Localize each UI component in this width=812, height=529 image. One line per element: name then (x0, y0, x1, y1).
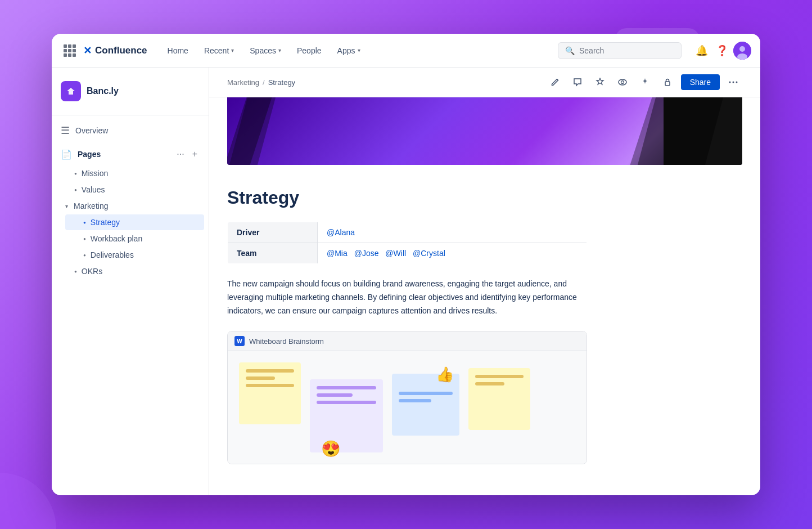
pages-header-left: 📄 Pages (61, 149, 101, 160)
bullet-icon: ● (74, 269, 77, 274)
help-button[interactable]: ❓ (713, 42, 731, 60)
sidebar-item-marketing[interactable]: ▾ Marketing (56, 198, 204, 214)
driver-mention[interactable]: @Alana (327, 228, 355, 237)
driver-value: @Alana (318, 222, 587, 243)
sidebar-item-strategy[interactable]: ● Strategy (65, 214, 204, 230)
marketing-sub-items: ● Strategy ● Workback plan ● Deliverable… (52, 214, 209, 263)
note-line (246, 369, 294, 373)
team-member-crystal[interactable]: @Crystal (413, 249, 445, 258)
nav-icons: 🔔 ❓ (693, 42, 751, 60)
sticky-note-yellow-1 (239, 362, 301, 424)
bullet-icon: ● (74, 187, 77, 192)
pages-add-button[interactable]: + (190, 148, 200, 160)
sidebar-item-label: Workback plan (91, 234, 142, 243)
table-row-driver: Driver @Alana (228, 222, 587, 243)
sidebar-divider (52, 115, 209, 115)
sidebar-item-label: Strategy (91, 218, 120, 227)
ai-button[interactable] (636, 73, 654, 91)
lock-button[interactable] (658, 73, 676, 91)
sidebar-item-label: OKRs (82, 267, 102, 276)
breadcrumb-separator: / (263, 78, 265, 87)
notifications-button[interactable]: 🔔 (693, 42, 711, 60)
note-line (317, 393, 353, 397)
sidebar-item-workback-plan[interactable]: ● Workback plan (65, 231, 204, 246)
pages-icon: 📄 (61, 149, 72, 160)
note-line (246, 384, 294, 387)
note-line (317, 386, 376, 389)
team-value: @Mia @Jose @Will @Crystal (318, 243, 587, 264)
svg-point-4 (621, 81, 624, 84)
search-placeholder-text: Search (579, 46, 604, 55)
sidebar-item-label: Deliverables (91, 250, 134, 259)
nav-spaces[interactable]: Spaces ▾ (243, 43, 288, 59)
space-name: Banc.ly (87, 86, 119, 96)
whiteboard-icon: W (234, 336, 245, 346)
sticky-note-blue: 👍 (392, 374, 459, 436)
hero-banner (227, 97, 742, 165)
pages-more-button[interactable]: ··· (174, 148, 186, 160)
pages-actions: ··· + (174, 148, 200, 160)
team-member-mia[interactable]: @Mia (327, 249, 348, 258)
sidebar-item-okrs[interactable]: ● OKRs (56, 263, 204, 279)
svg-point-8 (736, 82, 738, 83)
space-icon (61, 81, 81, 101)
table-row-team: Team @Mia @Jose @Will @Crystal (228, 243, 587, 264)
sidebar-item-deliverables[interactable]: ● Deliverables (65, 247, 204, 263)
team-label: Team (228, 243, 318, 264)
toolbar-icons: Share (546, 73, 742, 91)
whiteboard-title: Whiteboard Brainstorm (249, 337, 324, 346)
breadcrumb-marketing[interactable]: Marketing (227, 78, 259, 87)
whiteboard-header: W Whiteboard Brainstorm (228, 331, 587, 351)
app-grid-button[interactable] (61, 42, 79, 60)
search-bar[interactable]: 🔍 Search (558, 42, 682, 59)
note-line (246, 376, 275, 380)
driver-label: Driver (228, 222, 318, 243)
sidebar-overview[interactable]: ☰ Overview (52, 120, 209, 141)
search-icon: 🔍 (565, 46, 575, 55)
team-member-jose[interactable]: @Jose (354, 249, 379, 258)
main-body: Banc.ly ☰ Overview 📄 Pages ··· + ● (52, 68, 760, 495)
thumbs-up-emoji: 👍 (436, 366, 454, 383)
comment-button[interactable] (569, 73, 587, 91)
more-options-button[interactable] (724, 73, 742, 91)
overview-icon: ☰ (61, 124, 70, 137)
user-avatar[interactable] (733, 42, 751, 60)
bullet-icon: ● (83, 236, 86, 241)
note-line (399, 399, 431, 402)
svg-rect-5 (665, 82, 670, 86)
page-content: Strategy Driver @Alana Team (209, 97, 760, 487)
nav-home[interactable]: Home (161, 43, 195, 59)
nav-recent[interactable]: Recent ▾ (197, 43, 241, 59)
nav-people[interactable]: People (290, 43, 328, 59)
page-title: Strategy (227, 183, 742, 208)
note-line (317, 401, 376, 404)
share-button[interactable]: Share (681, 74, 720, 90)
logo-area[interactable]: ✕ Confluence (83, 44, 147, 57)
bullet-icon: ● (74, 171, 77, 176)
sidebar-item-mission[interactable]: ● Mission (56, 165, 204, 181)
pages-header[interactable]: 📄 Pages ··· + (52, 144, 209, 165)
nav-apps[interactable]: Apps ▾ (331, 43, 367, 59)
sidebar: Banc.ly ☰ Overview 📄 Pages ··· + ● (52, 68, 209, 495)
note-line (399, 392, 453, 395)
note-line (475, 375, 524, 378)
logo-text: Confluence (95, 45, 147, 56)
watch-button[interactable] (613, 73, 631, 91)
bullet-icon: ● (83, 253, 86, 258)
browser-window: ✕ Confluence Home Recent ▾ Spaces ▾ Peop… (52, 34, 760, 495)
chevron-icon: ▾ (231, 47, 234, 53)
sidebar-item-values[interactable]: ● Values (56, 182, 204, 198)
sticky-note-yellow-2 (468, 368, 530, 430)
breadcrumb: Marketing / Strategy (227, 78, 295, 87)
svg-point-6 (729, 82, 731, 83)
edit-button[interactable] (546, 73, 564, 91)
sidebar-item-label: Marketing (74, 201, 108, 210)
heart-eyes-emoji: 😍 (321, 440, 341, 458)
top-nav: ✕ Confluence Home Recent ▾ Spaces ▾ Peop… (52, 34, 760, 68)
team-member-will[interactable]: @Will (385, 249, 406, 258)
chevron-down-icon: ▾ (65, 203, 68, 209)
whiteboard-embed[interactable]: W Whiteboard Brainstorm (227, 331, 587, 464)
breadcrumb-strategy: Strategy (268, 78, 295, 87)
space-header[interactable]: Banc.ly (52, 77, 209, 110)
star-button[interactable] (591, 73, 609, 91)
